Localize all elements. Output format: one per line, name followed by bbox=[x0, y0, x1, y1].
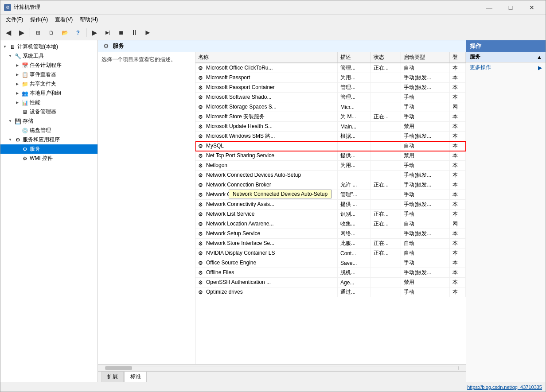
service-startup-cell: 禁用 bbox=[401, 278, 449, 287]
toolbar-view[interactable]: ⊞ bbox=[32, 27, 44, 39]
table-row[interactable]: ⚙Network Connections管理"...手动本 bbox=[195, 190, 466, 200]
service-name-text: Microsoft Store 安装服务 bbox=[206, 113, 265, 120]
service-startup-cell: 手动(触发... bbox=[401, 73, 449, 83]
services-table: 名称 描述 状态 启动类型 登 ⚙Microsoft Office ClickT… bbox=[195, 52, 466, 297]
toolbar-back[interactable]: ◀ bbox=[2, 27, 15, 39]
table-row[interactable]: ⚙Microsoft Office ClickToRu...管理...正在...… bbox=[195, 63, 466, 73]
col-status[interactable]: 状态 bbox=[370, 52, 401, 63]
close-button[interactable]: ✕ bbox=[522, 0, 542, 15]
table-row[interactable]: ⚙Network Location Awarene...收集...正在...自动… bbox=[195, 219, 466, 229]
service-status-cell bbox=[370, 171, 401, 180]
tree-performance[interactable]: 📊 性能 bbox=[0, 98, 98, 107]
service-login-cell: 本 bbox=[449, 180, 465, 190]
table-row[interactable]: ⚙MySQL自动本 bbox=[195, 141, 466, 151]
menu-view[interactable]: 查看(V) bbox=[51, 15, 76, 24]
table-row[interactable]: ⚙Network Connectivity Assis...提供 ...手动(触… bbox=[195, 200, 466, 210]
table-row[interactable]: ⚙Network Connected Devices Auto-Setup手动(… bbox=[195, 171, 466, 180]
table-row[interactable]: ⚙Microsoft Passport为用...手动(触发...本 bbox=[195, 73, 466, 83]
toolbar-help[interactable]: ? bbox=[72, 27, 84, 39]
gear-icon: ⚙ bbox=[198, 143, 204, 149]
col-startup[interactable]: 启动类型 bbox=[401, 52, 449, 63]
service-status-cell bbox=[370, 278, 401, 287]
tree-shared-folders[interactable]: 📁 共享文件夹 bbox=[0, 79, 98, 89]
gear-icon: ⚙ bbox=[198, 94, 204, 101]
svc-label: 服务 bbox=[30, 145, 40, 153]
service-name-cell: ⚙Net Tcp Port Sharing Service bbox=[195, 151, 338, 161]
tree-storage[interactable]: 💾 存储 bbox=[0, 116, 98, 126]
table-row[interactable]: ⚙Offline Files脱机...手动(触发...本 bbox=[195, 268, 466, 278]
services-table-container[interactable]: 名称 描述 状态 启动类型 登 ⚙Microsoft Office ClickT… bbox=[195, 52, 466, 364]
toolbar-paste[interactable]: 📂 bbox=[58, 27, 71, 39]
minimize-button[interactable]: — bbox=[479, 0, 499, 15]
title-bar: ⚙ 计算机管理 — □ ✕ bbox=[0, 0, 546, 15]
tree-root-arrow bbox=[2, 44, 8, 50]
tree-disk-mgmt[interactable]: 💿 磁盘管理 bbox=[0, 126, 98, 135]
device-label: 设备管理器 bbox=[30, 108, 56, 116]
tree-event-viewer[interactable]: 📋 事件查看器 bbox=[0, 70, 98, 79]
toolbar-play-next[interactable]: ▶| bbox=[101, 27, 114, 39]
tree-services[interactable]: ⚙ 服务 bbox=[0, 144, 98, 154]
h-scroll[interactable] bbox=[98, 364, 466, 371]
table-row[interactable]: ⚙Network Setup Service网络...手动(触发...本 bbox=[195, 229, 466, 239]
service-name-cell: ⚙Microsoft Store 安装服务 bbox=[195, 112, 338, 122]
tree-system-tools[interactable]: 🔧 系统工具 bbox=[0, 51, 98, 61]
table-row[interactable]: ⚙Microsoft Storage Spaces S...Micr...手动网 bbox=[195, 102, 466, 112]
service-status-cell bbox=[370, 190, 401, 200]
toolbar-skip[interactable]: |▶ bbox=[141, 27, 154, 39]
tree-task-scheduler[interactable]: 📅 任务计划程序 bbox=[0, 61, 98, 70]
service-login-cell: 网 bbox=[449, 102, 465, 112]
toolbar-forward[interactable]: ▶ bbox=[16, 27, 28, 39]
tree-local-users[interactable]: 👥 本地用户和组 bbox=[0, 89, 98, 98]
service-desc-cell: Cont... bbox=[338, 248, 371, 258]
table-row[interactable]: ⚙Netlogon为用...手动本 bbox=[195, 161, 466, 171]
table-row[interactable]: ⚙NVIDIA Display Container LSCont...正在...… bbox=[195, 248, 466, 258]
more-actions-item[interactable]: 更多操作 ▶ bbox=[466, 62, 546, 73]
table-row[interactable]: ⚙Microsoft Software Shado...管理...手动本 bbox=[195, 93, 466, 102]
service-name-text: Net Tcp Port Sharing Service bbox=[206, 152, 274, 159]
service-startup-cell: 手动 bbox=[401, 161, 449, 171]
toolbar-pause[interactable]: ⏸ bbox=[128, 27, 140, 39]
tree-services-apps[interactable]: ⚙ 服务和应用程序 bbox=[0, 135, 98, 144]
service-desc-cell: 为用... bbox=[338, 161, 371, 171]
maximize-button[interactable]: □ bbox=[500, 0, 521, 15]
menu-help[interactable]: 帮助(H) bbox=[76, 15, 101, 24]
tree-device-manager[interactable]: 🖥 设备管理器 bbox=[0, 107, 98, 116]
table-row[interactable]: ⚙Optimize drives通过...手动本 bbox=[195, 287, 466, 297]
service-name-text: OpenSSH Authentication ... bbox=[206, 279, 271, 285]
tab-expand[interactable]: 扩展 bbox=[101, 371, 124, 382]
service-name-text: Microsoft Office ClickToRu... bbox=[206, 65, 273, 71]
tree-root[interactable]: 🖥 计算机管理(本地) bbox=[0, 42, 98, 51]
table-row[interactable]: ⚙Network Connection Broker允许 ...正在...手动(… bbox=[195, 180, 466, 190]
service-startup-cell: 手动 bbox=[401, 287, 449, 297]
service-status-cell: 正在... bbox=[370, 219, 401, 229]
tree-panel: 🖥 计算机管理(本地) 🔧 系统工具 📅 任务计划程序 📋 事件查看器 bbox=[0, 40, 98, 382]
tab-standard[interactable]: 标准 bbox=[125, 371, 147, 382]
col-name[interactable]: 名称 bbox=[195, 52, 338, 63]
service-name-text: Microsoft Storage Spaces S... bbox=[206, 104, 277, 110]
storage-label: 存储 bbox=[23, 117, 33, 125]
tree-wmi[interactable]: ⚙ WMI 控件 bbox=[0, 154, 98, 163]
service-name-cell: ⚙Microsoft Office ClickToRu... bbox=[195, 63, 338, 73]
table-row[interactable]: ⚙Network Store Interface Se...此服...正在...… bbox=[195, 239, 466, 248]
gear-icon: ⚙ bbox=[198, 192, 204, 198]
svc-icon: ⚙ bbox=[21, 146, 28, 153]
table-row[interactable]: ⚙Microsoft Windows SMS 路...根据...手动(触发...… bbox=[195, 132, 466, 141]
menu-file[interactable]: 文件(F) bbox=[2, 15, 27, 24]
shared-label: 共享文件夹 bbox=[30, 80, 56, 88]
table-row[interactable]: ⚙Net Tcp Port Sharing Service提供...禁用本 bbox=[195, 151, 466, 161]
col-login[interactable]: 登 bbox=[449, 52, 465, 63]
toolbar-stop[interactable]: ■ bbox=[115, 27, 127, 39]
table-row[interactable]: ⚙OpenSSH Authentication ...Age...禁用本 bbox=[195, 278, 466, 287]
toolbar-play[interactable]: ▶ bbox=[88, 27, 101, 39]
col-desc[interactable]: 描述 bbox=[338, 52, 371, 63]
table-row[interactable]: ⚙Microsoft Store 安装服务为 M...正在...手动本 bbox=[195, 112, 466, 122]
status-link[interactable]: https://blog.csdn.net/qq_43710335 bbox=[467, 384, 542, 390]
menu-action[interactable]: 操作(A) bbox=[27, 15, 51, 24]
svc-apps-arrow bbox=[8, 137, 13, 143]
table-row[interactable]: ⚙Microsoft Update Health S...Main...禁用本 bbox=[195, 122, 466, 132]
toolbar-copy[interactable]: 🗋 bbox=[45, 27, 58, 39]
table-row[interactable]: ⚙Network List Service识别...正在...手动本 bbox=[195, 210, 466, 219]
table-row[interactable]: ⚙Office Source EngineSave...手动本 bbox=[195, 258, 466, 268]
shared-arrow bbox=[15, 82, 20, 87]
table-row[interactable]: ⚙Microsoft Passport Container管理...手动(触发.… bbox=[195, 83, 466, 93]
